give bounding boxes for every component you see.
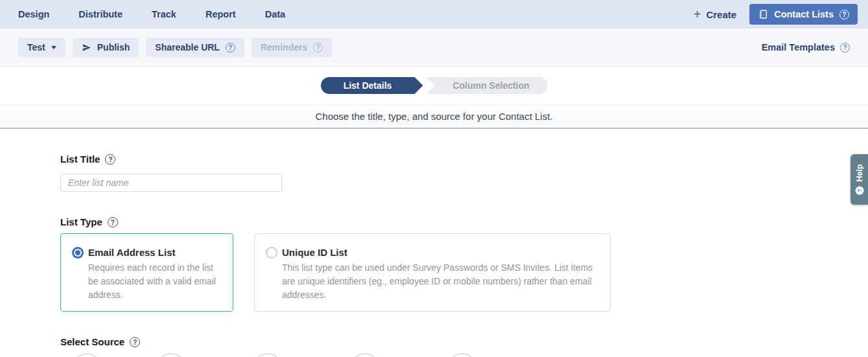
test-dropdown-label: Test <box>27 42 45 52</box>
list-title-label: List Title <box>60 154 100 165</box>
email-templates-link[interactable]: Email Templates ? <box>762 42 850 52</box>
contact-lists-button[interactable]: Contact Lists ? <box>749 4 858 25</box>
send-icon <box>82 43 91 52</box>
page: { "icons": { "plus": "+", "question": "?… <box>0 0 868 357</box>
nav-item-data[interactable]: Data <box>265 9 285 19</box>
source-option[interactable] <box>350 353 380 357</box>
select-source-options <box>60 353 868 357</box>
reminders-button: Reminders ? <box>252 38 332 57</box>
survey-toolbar: Test Publish Shareable URL ? Reminders ?… <box>0 29 868 67</box>
question-icon[interactable]: ? <box>840 43 850 52</box>
source-option[interactable] <box>253 353 283 357</box>
option-unique-id-list[interactable]: Unique ID List This list type can be use… <box>254 233 611 312</box>
option-title: Unique ID List <box>282 246 598 259</box>
radio-unselected-icon[interactable] <box>266 247 277 259</box>
shareable-url-label: Shareable URL <box>155 42 220 52</box>
step-list-details[interactable]: List Details <box>321 77 423 94</box>
nav-item-distribute[interactable]: Distribute <box>78 9 123 19</box>
option-description: Requires each record in the list be asso… <box>88 261 221 302</box>
publish-button-label: Publish <box>97 42 130 52</box>
list-title-label-row: List Title ? <box>60 154 868 165</box>
top-nav-bar: Design Distribute Track Report Data + Cr… <box>0 0 868 29</box>
source-option[interactable] <box>72 353 102 357</box>
nav-item-report[interactable]: Report <box>205 9 236 19</box>
list-type-label-row: List Type ? <box>60 216 868 227</box>
wizard-stepper: List Details Column Selection <box>321 77 548 94</box>
question-icon[interactable]: ? <box>105 154 115 165</box>
top-nav-right: + Create Contact Lists ? <box>694 4 858 25</box>
intro-band: Choose the title, type, and source for y… <box>0 105 868 129</box>
option-email-address-list[interactable]: Email Address List Requires each record … <box>60 233 233 312</box>
step-column-selection[interactable]: Column Selection <box>427 77 548 94</box>
list-details-form: List Title ? List Type ? Email Address L… <box>0 129 868 357</box>
contact-lists-button-label: Contact Lists <box>774 9 834 19</box>
question-icon: ? <box>313 43 323 52</box>
caret-down-icon <box>51 46 56 49</box>
address-book-icon <box>758 9 768 19</box>
reminders-label: Reminders <box>261 42 307 52</box>
list-type-options: Email Address List Requires each record … <box>60 233 868 312</box>
create-button-label: Create <box>706 9 736 20</box>
option-text: Email Address List Requires each record … <box>88 246 221 302</box>
select-source-label-row: Select Source ? <box>60 336 868 347</box>
select-source-label: Select Source <box>60 336 124 347</box>
question-icon[interactable]: ? <box>108 217 118 227</box>
option-description: This list type can be used under Survey … <box>282 261 598 302</box>
option-text: Unique ID List This list type can be use… <box>282 246 598 302</box>
plus-icon: + <box>694 8 701 21</box>
list-title-input[interactable] <box>60 174 282 192</box>
email-templates-label: Email Templates <box>762 42 835 52</box>
nav-item-design[interactable]: Design <box>18 9 49 19</box>
shareable-url-button[interactable]: Shareable URL ? <box>146 38 244 57</box>
help-tab[interactable]: ? Help <box>850 154 868 205</box>
wizard-stepper-band: List Details Column Selection <box>0 67 868 105</box>
help-tab-label: Help <box>855 164 864 181</box>
radio-selected-icon[interactable] <box>72 247 84 259</box>
test-dropdown-button[interactable]: Test <box>18 38 65 57</box>
primary-nav: Design Distribute Track Report Data <box>18 9 285 19</box>
source-option[interactable] <box>447 353 477 357</box>
publish-button[interactable]: Publish <box>73 38 139 57</box>
create-button[interactable]: + Create <box>694 8 736 21</box>
intro-text: Choose the title, type, and source for y… <box>315 111 552 122</box>
question-icon[interactable]: ? <box>130 337 140 347</box>
question-icon[interactable]: ? <box>839 10 849 19</box>
nav-item-track[interactable]: Track <box>152 9 176 19</box>
help-tab-inner: ? Help <box>855 164 864 194</box>
question-icon: ? <box>855 187 863 195</box>
question-icon[interactable]: ? <box>226 43 235 52</box>
list-type-label: List Type <box>60 216 102 227</box>
source-option[interactable] <box>156 353 186 357</box>
option-title: Email Address List <box>88 246 221 259</box>
